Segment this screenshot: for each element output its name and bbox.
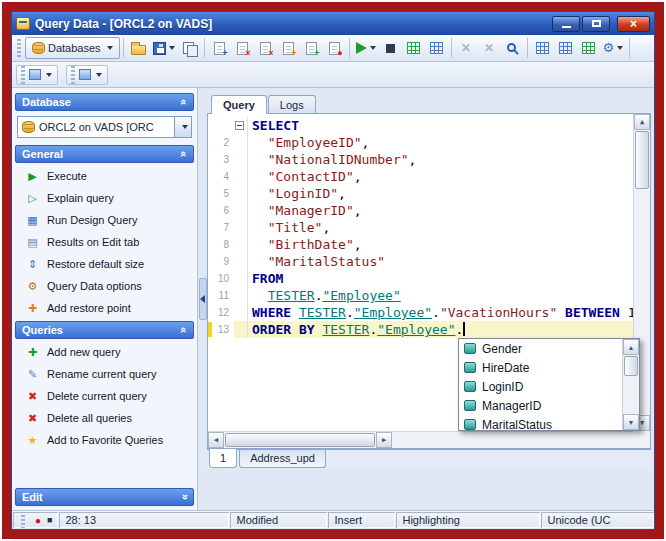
autocomplete-item-gender[interactable]: Gender bbox=[459, 339, 622, 358]
general-item-execute[interactable]: ▶Execute bbox=[15, 165, 194, 187]
general-item-restore-default-size[interactable]: ⇕Restore default size bbox=[15, 253, 194, 275]
execute-button[interactable] bbox=[353, 37, 379, 59]
fold-margin bbox=[234, 202, 248, 219]
record-macro-icon[interactable]: ● bbox=[35, 515, 41, 526]
favorite-query-button[interactable]: ● bbox=[323, 37, 346, 59]
general-item-results-on-edit-tab[interactable]: ▤Results on Edit tab bbox=[15, 231, 194, 253]
scroll-right-icon[interactable]: ▶ bbox=[376, 432, 392, 448]
show-results-button[interactable] bbox=[425, 37, 448, 59]
edit-section-header[interactable]: Edit « bbox=[15, 488, 194, 506]
delete-query-button[interactable]: × bbox=[231, 37, 254, 59]
scroll-left-icon[interactable]: ◀ bbox=[208, 432, 224, 448]
cancel-button[interactable]: ✕ bbox=[455, 37, 478, 59]
general-item-add-restore-point[interactable]: ✚Add restore point bbox=[15, 297, 194, 319]
toolbar-grip[interactable] bbox=[21, 512, 25, 528]
scroll-thumb[interactable] bbox=[225, 433, 375, 447]
scroll-thumb[interactable] bbox=[624, 356, 638, 376]
scroll-thumb[interactable] bbox=[635, 131, 649, 189]
new-query-button[interactable]: + bbox=[208, 37, 231, 59]
code-text: "NationalIDNumber", bbox=[248, 151, 633, 168]
close-query-button[interactable]: × bbox=[254, 37, 277, 59]
general-item-run-design-query[interactable]: ▦Run Design Query bbox=[15, 209, 194, 231]
query-page-tab-address-upd[interactable]: Address_upd bbox=[239, 450, 326, 468]
line-number bbox=[208, 117, 234, 134]
combo-dropdown-button[interactable] bbox=[174, 117, 191, 137]
restore-size-icon: ⇕ bbox=[25, 258, 40, 271]
tab-logs[interactable]: Logs bbox=[268, 95, 316, 113]
autocomplete-scrollbar[interactable]: ▲ ▼ bbox=[622, 339, 639, 430]
code-line[interactable]: 7 "Title", bbox=[208, 219, 633, 236]
code-line[interactable]: 9 "MaritalStatus" bbox=[208, 253, 633, 270]
stop-button[interactable] bbox=[379, 37, 402, 59]
scroll-up-icon[interactable]: ▲ bbox=[623, 339, 639, 355]
scroll-down-icon[interactable]: ▼ bbox=[623, 414, 639, 430]
close-button[interactable]: × bbox=[617, 16, 650, 32]
special-query-button[interactable]: + bbox=[277, 37, 300, 59]
save-all-button[interactable] bbox=[178, 37, 201, 59]
database-combobox[interactable]: ORCL2 on VADS [ORC bbox=[17, 116, 192, 138]
line-number: 11 bbox=[208, 287, 234, 304]
code-line[interactable]: 10FROM bbox=[208, 270, 633, 287]
add-query-button[interactable]: + bbox=[300, 37, 323, 59]
window-frame: Query Data - [ORCL2 on VADS] × Databases… bbox=[2, 2, 664, 539]
code-line[interactable]: 13ORDER BY TESTER."Employee". bbox=[208, 321, 633, 338]
autocomplete-item-managerid[interactable]: ManagerID bbox=[459, 396, 622, 415]
sql-editor[interactable]: SELECT2 "EmployeeID",3 "NationalIDNumber… bbox=[207, 113, 651, 449]
maximize-button[interactable] bbox=[582, 16, 610, 32]
mini-tool-icon bbox=[79, 69, 91, 80]
query-page-tab-1[interactable]: 1 bbox=[209, 449, 237, 468]
chevron-down-icon bbox=[169, 46, 175, 50]
search-button[interactable] bbox=[501, 37, 524, 59]
scroll-up-icon[interactable]: ▲ bbox=[634, 114, 650, 130]
minimize-button[interactable] bbox=[552, 16, 580, 32]
filter-view-button[interactable] bbox=[577, 37, 600, 59]
general-section-header[interactable]: General « bbox=[15, 145, 194, 163]
queries-item-delete-all-queries[interactable]: ✖Delete all queries bbox=[15, 407, 194, 429]
code-line[interactable]: 11 TESTER."Employee" bbox=[208, 287, 633, 304]
cancel-all-button[interactable]: ✕ bbox=[478, 37, 501, 59]
horizontal-scrollbar[interactable]: ◀ ▶ bbox=[208, 431, 633, 448]
code-line[interactable]: 8 "BirthDate", bbox=[208, 236, 633, 253]
queries-section-header[interactable]: Queries « bbox=[15, 321, 194, 339]
edit-header-label: Edit bbox=[22, 491, 43, 503]
sidebar-splitter[interactable] bbox=[198, 88, 207, 510]
code-line[interactable]: 2 "EmployeeID", bbox=[208, 134, 633, 151]
mini-toolbar-2[interactable] bbox=[66, 65, 108, 85]
code-line[interactable]: 12WHERE TESTER."Employee"."VacationHours… bbox=[208, 304, 633, 321]
form-view-button[interactable] bbox=[554, 37, 577, 59]
databases-dropdown-button[interactable]: Databases bbox=[25, 37, 120, 59]
general-item-explain-query[interactable]: ▷Explain query bbox=[15, 187, 194, 209]
collapse-sidebar-button[interactable] bbox=[199, 278, 207, 320]
code-line[interactable]: 3 "NationalIDNumber", bbox=[208, 151, 633, 168]
stop-icon bbox=[386, 44, 395, 53]
autocomplete-item-loginid[interactable]: LoginID bbox=[459, 377, 622, 396]
queries-item-delete-current-query[interactable]: ✖Delete current query bbox=[15, 385, 194, 407]
mini-toolbar-1[interactable] bbox=[16, 65, 58, 85]
save-button[interactable] bbox=[150, 37, 178, 59]
toolbar-grip[interactable] bbox=[17, 39, 21, 57]
code-line[interactable]: 4 "ContactID", bbox=[208, 168, 633, 185]
line-number: 5 bbox=[208, 185, 234, 202]
export-results-button[interactable] bbox=[402, 37, 425, 59]
tab-query[interactable]: Query bbox=[211, 95, 267, 114]
settings-button[interactable]: ⚙ bbox=[600, 37, 627, 59]
autocomplete-item-maritalstatus[interactable]: MaritalStatus bbox=[459, 415, 622, 430]
titlebar[interactable]: Query Data - [ORCL2 on VADS] × bbox=[12, 12, 654, 35]
fold-collapse-icon[interactable] bbox=[235, 121, 244, 130]
grid-view-button[interactable] bbox=[531, 37, 554, 59]
general-item-query-data-options[interactable]: ⚙Query Data options bbox=[15, 275, 194, 297]
toolbar-grip[interactable] bbox=[21, 66, 25, 84]
queries-item-rename-current-query[interactable]: ✎Rename current query bbox=[15, 363, 194, 385]
chevron-down-icon bbox=[107, 46, 113, 50]
code-line[interactable]: SELECT bbox=[208, 117, 633, 134]
open-button[interactable] bbox=[127, 37, 150, 59]
toolbar-grip[interactable] bbox=[71, 66, 75, 84]
database-section-header[interactable]: Database « bbox=[15, 93, 194, 111]
gear-icon: ⚙ bbox=[603, 41, 615, 55]
queries-item-add-new-query[interactable]: ✚Add new query bbox=[15, 341, 194, 363]
stop-macro-icon[interactable]: ■ bbox=[47, 515, 52, 525]
autocomplete-item-hiredate[interactable]: HireDate bbox=[459, 358, 622, 377]
queries-item-add-to-favorite-queries[interactable]: ★Add to Favorite Queries bbox=[15, 429, 194, 451]
code-line[interactable]: 6 "ManagerID", bbox=[208, 202, 633, 219]
code-line[interactable]: 5 "LoginID", bbox=[208, 185, 633, 202]
